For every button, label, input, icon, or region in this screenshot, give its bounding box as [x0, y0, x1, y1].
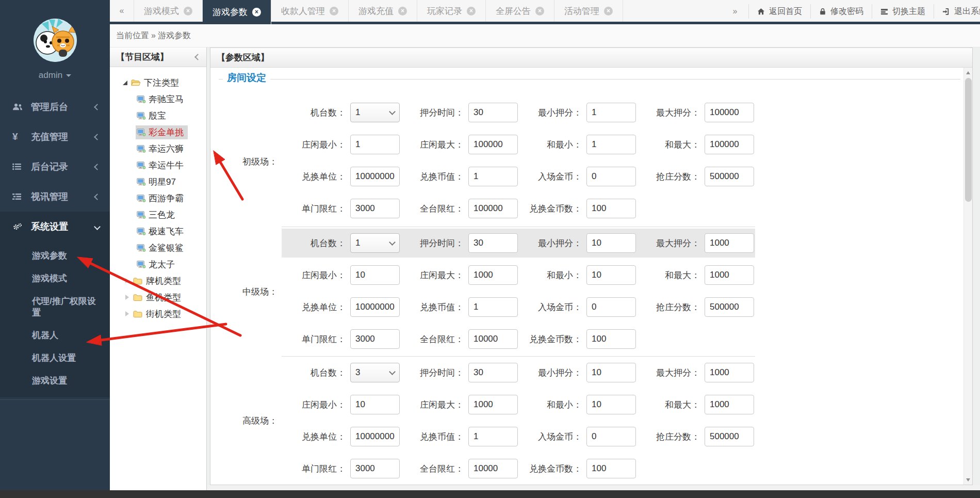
- tab-0[interactable]: 游戏模式×: [134, 0, 203, 22]
- tab-1[interactable]: 游戏参数×: [203, 0, 271, 24]
- field-input[interactable]: [468, 459, 518, 478]
- field-input[interactable]: [705, 297, 754, 317]
- tab-close-icon[interactable]: ×: [467, 7, 476, 15]
- expander-open-icon[interactable]: [121, 81, 129, 85]
- horizontal-scrollbar[interactable]: [207, 485, 980, 490]
- field-input[interactable]: [350, 297, 400, 317]
- field-input[interactable]: [468, 103, 518, 122]
- field-input[interactable]: [705, 395, 754, 414]
- field-input[interactable]: [586, 297, 636, 317]
- sidebar-item-4[interactable]: 系统设置: [0, 212, 110, 242]
- expander-closed-icon[interactable]: [123, 311, 131, 316]
- field-input[interactable]: [468, 329, 518, 349]
- field-input[interactable]: [586, 135, 636, 154]
- top-menu-lock[interactable]: 修改密码: [810, 4, 872, 19]
- field-input[interactable]: [705, 363, 754, 382]
- field-input[interactable]: [468, 363, 518, 382]
- scroll-down-arrow[interactable]: [964, 476, 972, 484]
- sidebar-subitem-0[interactable]: 游戏参数: [0, 245, 110, 267]
- field-input[interactable]: [468, 233, 518, 253]
- sidebar-item-1[interactable]: ¥充值管理: [0, 122, 110, 152]
- top-menu-theme[interactable]: 切换主题: [872, 4, 934, 19]
- sidebar-subitem-1[interactable]: 游戏模式: [0, 267, 110, 290]
- tab-close-icon[interactable]: ×: [252, 8, 261, 17]
- tree-node-13[interactable]: 鱼机类型: [110, 289, 206, 306]
- sidebar-subitem-3[interactable]: 机器人: [0, 324, 110, 347]
- tab-2[interactable]: 收款人管理×: [271, 0, 349, 22]
- field-input[interactable]: [705, 233, 754, 253]
- tab-close-icon[interactable]: ×: [398, 7, 407, 15]
- avatar[interactable]: [34, 19, 77, 62]
- field-input[interactable]: [586, 329, 636, 349]
- tree-node-8[interactable]: 三色龙: [110, 206, 206, 223]
- tree-node-11[interactable]: 龙太子: [110, 256, 206, 272]
- machine-count-select[interactable]: 1: [350, 233, 400, 253]
- tab-3[interactable]: 游戏充值×: [349, 0, 417, 22]
- tree-node-5[interactable]: 幸运牛牛: [110, 157, 206, 173]
- field-input[interactable]: [468, 395, 518, 414]
- field-input[interactable]: [705, 427, 754, 446]
- sidebar-item-0[interactable]: 管理后台: [0, 92, 110, 122]
- field-input[interactable]: [586, 233, 636, 253]
- scrollbar-thumb[interactable]: [965, 78, 972, 202]
- expander-closed-icon[interactable]: [123, 295, 131, 300]
- field-input[interactable]: [350, 459, 400, 478]
- sidebar-subitem-5[interactable]: 游戏设置: [0, 370, 110, 392]
- field-input[interactable]: [468, 265, 518, 285]
- top-menu-home[interactable]: 返回首页: [748, 4, 810, 19]
- tab-close-icon[interactable]: ×: [604, 7, 613, 15]
- field-input[interactable]: [350, 167, 400, 186]
- tab-close-icon[interactable]: ×: [184, 7, 192, 15]
- field-input[interactable]: [468, 297, 518, 317]
- tree-node-10[interactable]: 金鲨银鲨: [110, 239, 206, 256]
- field-input[interactable]: [586, 363, 636, 382]
- sidebar-item-2[interactable]: 后台记录: [0, 152, 110, 182]
- expander-closed-icon[interactable]: [123, 278, 131, 283]
- tree-node-1[interactable]: 奔驰宝马: [110, 91, 206, 107]
- tree-node-0[interactable]: 下注类型: [110, 74, 206, 91]
- field-input[interactable]: [350, 199, 400, 218]
- top-menu-logout[interactable]: 退出系统: [934, 4, 980, 19]
- tree-node-9[interactable]: 极速飞车: [110, 223, 206, 239]
- machine-count-select[interactable]: 3: [350, 363, 400, 382]
- field-input[interactable]: [586, 395, 636, 414]
- tabs-scroll-right-button[interactable]: »: [722, 7, 748, 16]
- field-input[interactable]: [468, 199, 518, 218]
- field-input[interactable]: [586, 199, 636, 218]
- field-input[interactable]: [586, 265, 636, 285]
- tree-node-2[interactable]: 殷宝: [110, 107, 206, 124]
- tab-5[interactable]: 全屏公告×: [486, 0, 554, 22]
- field-input[interactable]: [468, 135, 518, 154]
- field-input[interactable]: [350, 265, 400, 285]
- field-input[interactable]: [586, 427, 636, 446]
- field-input[interactable]: [350, 329, 400, 349]
- tab-close-icon[interactable]: ×: [535, 7, 544, 15]
- tree-node-12[interactable]: 牌机类型: [110, 272, 206, 289]
- user-menu[interactable]: admin: [0, 70, 110, 81]
- tree-node-14[interactable]: 街机类型: [110, 306, 206, 322]
- field-input[interactable]: [586, 103, 636, 122]
- machine-count-select[interactable]: 1: [350, 103, 400, 122]
- scroll-up-arrow[interactable]: [964, 69, 972, 76]
- field-input[interactable]: [705, 265, 754, 285]
- field-input[interactable]: [705, 103, 754, 122]
- vertical-scrollbar[interactable]: [963, 68, 972, 485]
- tabs-scroll-left-button[interactable]: «: [110, 0, 134, 22]
- tree-node-3[interactable]: 彩金单挑: [110, 124, 206, 140]
- field-input[interactable]: [705, 135, 754, 154]
- tab-close-icon[interactable]: ×: [330, 7, 338, 15]
- tree-node-4[interactable]: 幸运六狮: [110, 140, 206, 157]
- tab-4[interactable]: 玩家记录×: [417, 0, 486, 22]
- field-input[interactable]: [705, 167, 754, 186]
- field-input[interactable]: [586, 167, 636, 186]
- field-input[interactable]: [350, 395, 400, 414]
- sidebar-subitem-2[interactable]: 代理/推广权限设置: [0, 290, 110, 324]
- tree-node-6[interactable]: 明星97: [110, 173, 206, 190]
- field-input[interactable]: [586, 459, 636, 478]
- tab-6[interactable]: 活动管理×: [554, 0, 623, 22]
- tree-node-7[interactable]: 西游争霸: [110, 190, 206, 206]
- field-input[interactable]: [468, 167, 518, 186]
- field-input[interactable]: [350, 135, 400, 154]
- sidebar-item-3[interactable]: 视讯管理: [0, 182, 110, 212]
- field-input[interactable]: [468, 427, 518, 446]
